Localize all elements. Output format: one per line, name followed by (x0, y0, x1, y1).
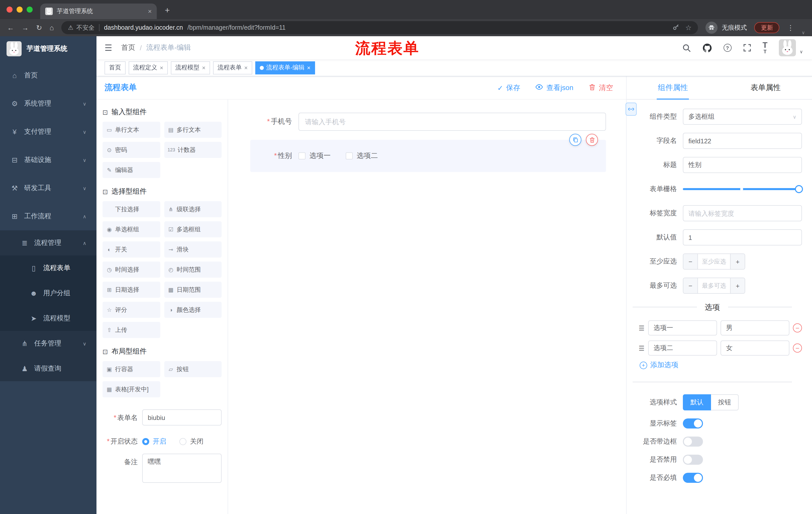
user-avatar[interactable] (779, 39, 796, 56)
copy-field-button[interactable] (569, 134, 581, 146)
bookmark-star-icon[interactable]: ☆ (685, 24, 692, 32)
palette-item-password[interactable]: ⊙密码 (103, 142, 160, 158)
window-zoom-button[interactable] (27, 6, 33, 12)
help-icon[interactable]: ? (723, 44, 731, 52)
gender-field-selected[interactable]: *性别 选项一 选项二 (250, 140, 606, 172)
reload-button[interactable]: ↻ (36, 24, 42, 32)
hamburger-icon[interactable]: ☰ (105, 43, 112, 53)
increase-button[interactable]: + (730, 254, 745, 269)
new-tab-button[interactable]: + (165, 5, 170, 16)
user-menu-caret-icon[interactable]: ∨ (800, 49, 803, 54)
sidebar-item-payment[interactable]: ¥ 支付管理 ∨ (0, 118, 96, 146)
palette-item-date-picker[interactable]: ⊞日期选择 (103, 282, 160, 298)
palette-item-upload[interactable]: ⇧上传 (103, 322, 160, 338)
window-minimize-button[interactable] (17, 6, 23, 12)
palette-item-button[interactable]: ▱按钮 (164, 361, 222, 377)
sidebar-item-task-management[interactable]: ⋔ 任务管理 ∨ (0, 331, 96, 356)
close-icon[interactable]: × (202, 64, 205, 71)
tab-close-icon[interactable]: × (148, 7, 152, 15)
tab-form-props[interactable]: 表单属性 (719, 77, 812, 99)
palette-item-date-range[interactable]: ▩日期范围 (164, 282, 222, 298)
remove-option-button[interactable]: − (793, 323, 802, 332)
palette-item-radio-group[interactable]: ◉单选框组 (103, 221, 160, 237)
address-bar[interactable]: ⚠ 不安全 dashboard.yudao.iocoder.cn /bpm/ma… (61, 21, 698, 34)
delete-field-button[interactable] (586, 134, 598, 146)
sidebar-item-infrastructure[interactable]: ⊟ 基础设施 ∨ (0, 146, 96, 174)
close-icon[interactable]: × (160, 64, 163, 71)
browser-menu-button[interactable]: ⋮ (787, 24, 794, 32)
browser-tab[interactable]: 芋道管理系统 × (40, 3, 157, 19)
close-icon[interactable]: × (307, 64, 311, 71)
chevron-down-icon[interactable]: ∨ (802, 30, 805, 35)
save-button[interactable]: ✓ 保存 (497, 83, 520, 92)
decrease-button[interactable]: − (684, 254, 698, 269)
sidebar-item-system[interactable]: ⚙ 系统管理 ∨ (0, 89, 96, 118)
back-button[interactable]: ← (7, 24, 14, 32)
forward-button[interactable]: → (22, 24, 29, 32)
option-label-input[interactable] (648, 341, 717, 356)
option-style-button-button[interactable]: 按钮 (711, 394, 738, 410)
form-grid-slider[interactable] (683, 181, 802, 197)
status-on-radio[interactable]: 开启 (142, 437, 166, 446)
sidebar-item-devtools[interactable]: ⚒ 研发工具 ∨ (0, 174, 96, 202)
gender-option-two-checkbox[interactable]: 选项二 (346, 152, 378, 160)
sidebar-item-home[interactable]: ⌂ 首页 (0, 61, 96, 89)
show-label-switch[interactable] (683, 418, 703, 429)
window-close-button[interactable] (6, 6, 12, 12)
decrease-button[interactable]: − (684, 278, 698, 293)
palette-item-checkbox-group[interactable]: ☑多选框组 (164, 221, 222, 237)
palette-item-editor[interactable]: ✎编辑器 (103, 162, 160, 178)
field-name-input[interactable] (683, 133, 802, 149)
border-switch[interactable] (683, 437, 703, 447)
tag-home[interactable]: 首页 (105, 61, 126, 74)
option-value-input[interactable] (721, 320, 789, 335)
palette-item-time-range[interactable]: ◴时间范围 (164, 262, 222, 278)
slider-handle[interactable] (795, 185, 803, 193)
palette-item-slider[interactable]: ⊸滑块 (164, 241, 222, 258)
sidebar-item-workflow[interactable]: ⊞ 工作流程 ∧ (0, 202, 96, 231)
security-chip[interactable]: ⚠ 不安全 (68, 23, 94, 32)
palette-item-color-picker[interactable]: ◑颜色选择 (164, 302, 222, 318)
option-style-default-button[interactable]: 默认 (683, 394, 711, 410)
github-icon[interactable] (702, 43, 712, 53)
search-icon[interactable] (682, 44, 691, 52)
sidebar-item-process-management[interactable]: ≣ 流程管理 ∧ (0, 231, 96, 255)
remove-option-button[interactable]: − (793, 344, 802, 353)
sidebar-item-process-form[interactable]: ▯ 流程表单 (0, 255, 96, 281)
label-width-input[interactable] (683, 205, 802, 221)
option-value-input[interactable] (721, 341, 789, 356)
phone-input[interactable] (298, 113, 606, 131)
tag-process-definition[interactable]: 流程定义 × (128, 61, 168, 74)
palette-item-time-picker[interactable]: ◷时间选择 (103, 262, 160, 278)
key-icon[interactable] (672, 23, 679, 32)
browser-home-button[interactable]: ⌂ (50, 24, 54, 32)
tab-component-props[interactable]: 组件属性 (627, 77, 719, 99)
palette-item-counter[interactable]: 123计数器 (164, 142, 222, 158)
close-icon[interactable]: × (244, 64, 248, 71)
link-icon[interactable] (626, 103, 637, 116)
max-select-input[interactable] (698, 278, 730, 293)
palette-item-single-line-text[interactable]: ▭单行文本 (103, 122, 160, 138)
drag-handle-icon[interactable]: ☰ (639, 324, 644, 332)
update-button[interactable]: 更新 (754, 22, 780, 33)
palette-item-cascader[interactable]: ⋔级联选择 (164, 201, 222, 217)
tag-process-form[interactable]: 流程表单 × (213, 61, 252, 74)
clear-button[interactable]: 清空 (588, 83, 613, 92)
gender-option-one-checkbox[interactable]: 选项一 (298, 152, 330, 160)
tag-process-model[interactable]: 流程模型 × (171, 61, 210, 74)
fullscreen-icon[interactable] (743, 44, 751, 52)
palette-item-switch[interactable]: ◐开关 (103, 241, 160, 258)
phone-field[interactable]: *手机号 (250, 113, 606, 131)
sidebar-item-user-group[interactable]: ☻ 用户分组 (0, 281, 96, 306)
form-name-input[interactable] (142, 409, 222, 426)
disabled-switch[interactable] (683, 455, 703, 465)
tag-process-form-edit[interactable]: 流程表单-编辑 × (255, 61, 315, 74)
font-size-icon[interactable]: TT (762, 41, 767, 54)
title-input[interactable] (683, 157, 802, 173)
component-type-select[interactable]: 多选框组 ∨ (683, 109, 802, 125)
required-switch[interactable] (683, 473, 703, 483)
min-select-input[interactable] (698, 254, 730, 269)
palette-item-multi-line-text[interactable]: ▤多行文本 (164, 122, 222, 138)
increase-button[interactable]: + (730, 278, 745, 293)
option-label-input[interactable] (648, 320, 717, 335)
